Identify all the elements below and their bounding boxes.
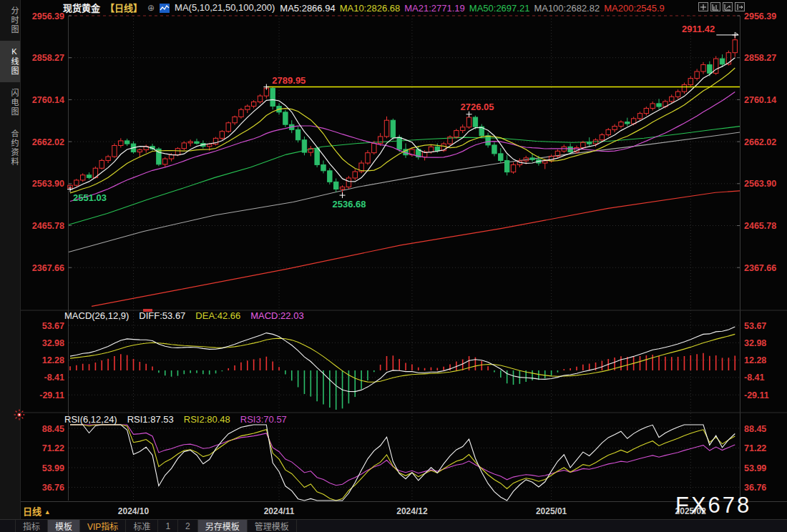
rsi-axis-label: 88.45: [42, 424, 64, 434]
ma-value-label: MA10:2826.68: [340, 3, 401, 14]
rsi-axis-label: 88.45: [744, 424, 766, 434]
chart-canvas[interactable]: 2551.032789.952536.682726.052911.422024/…: [20, 0, 787, 520]
macd-axis-label: -29.11: [39, 390, 64, 400]
price-axis-label: 2465.78: [32, 221, 64, 231]
toolbar-item[interactable]: 管理模板: [248, 520, 297, 532]
rsi-axis-label: 53.99: [42, 463, 64, 473]
price-axis-label: 2760.14: [32, 95, 64, 105]
rsi-label-row: RSI(6,12,24) RSI1:87.53RSI2:80.48RSI3:70…: [64, 414, 297, 425]
date-axis-label: 2024/10: [118, 506, 150, 516]
macd-panel: [70, 327, 735, 410]
main-price-chart: 2551.032789.952536.682726.052911.42: [67, 24, 740, 306]
indicator-value-label: MACD:22.03: [250, 310, 303, 321]
macd-axis-label: -29.11: [744, 390, 769, 400]
date-axis-label: 2025/01: [536, 506, 567, 516]
price-axis-label: 2367.66: [744, 263, 776, 273]
period-selector[interactable]: 日线 ▲: [23, 504, 51, 518]
circle-plus-icon[interactable]: ⊕: [147, 3, 155, 13]
toolbar-item[interactable]: 1: [158, 520, 178, 532]
axis-scale-icon[interactable]: [723, 2, 733, 11]
rsi-axis-label: 53.99: [744, 463, 766, 473]
ma-settings-label: MA(5,10,21,50,100,200): [175, 2, 275, 13]
rsi-panel: [70, 425, 735, 501]
toolbar-item[interactable]: 模板: [48, 520, 80, 532]
sidebar-tab[interactable]: K线图: [0, 41, 20, 82]
period-bracket-label: 【日线】: [105, 1, 142, 14]
price-annotation: 2551.03: [73, 192, 107, 203]
rsi-values: RSI1:87.53RSI2:80.48RSI3:70.57: [127, 414, 297, 425]
macd-title: MACD(26,12,9): [64, 310, 129, 321]
period-selector-label: 日线: [23, 506, 41, 517]
date-axis-label: 2024/11: [264, 506, 295, 516]
price-axis-label: 2858.27: [32, 53, 64, 63]
price-axis-label: 2465.78: [744, 221, 776, 231]
fx678-watermark: FX678: [675, 493, 751, 518]
price-axis-label: 2367.66: [32, 263, 64, 273]
gridlines: [20, 16, 787, 502]
price-axis-label: 2662.02: [32, 137, 64, 147]
triangle-up-icon: ▲: [44, 508, 51, 516]
indicator-value-label: RSI1:87.53: [127, 414, 174, 425]
price-axis-label: 2858.27: [744, 53, 776, 63]
price-axis-label: 2760.14: [744, 95, 776, 105]
crosshair-icon[interactable]: [698, 2, 708, 11]
toolbar-item[interactable]: 另存模板: [198, 520, 248, 532]
app-window: 分时图K线图闪电图合约资料 现货黄金 【日线】 ⊕ MA(5,10,21,50,…: [0, 0, 787, 532]
rsi-title: RSI(6,12,24): [64, 414, 117, 425]
pan-right-icon[interactable]: [735, 2, 745, 11]
bottom-toolbar: 指标模板VIP指标标准12另存模板管理模板: [0, 519, 787, 532]
macd-axis-label: 32.98: [42, 338, 64, 348]
rsi-axis-label: 71.22: [744, 443, 766, 453]
rsi-axis-label: 36.76: [42, 483, 64, 493]
price-axis-label: 2563.90: [32, 179, 64, 189]
macd-axis-label: 12.28: [744, 355, 766, 365]
toolbar-item[interactable]: VIP指标: [80, 520, 126, 532]
ma-value-label: MA100:2682.82: [534, 3, 600, 14]
date-axis-label: 2024/12: [396, 506, 428, 516]
macd-axis-label: 12.28: [42, 355, 64, 365]
price-annotation: 2789.95: [272, 75, 305, 86]
ma-value-label: MA21:2771.19: [404, 3, 465, 14]
sidebar: 分时图K线图闪电图合约资料: [0, 0, 21, 520]
rsi-axis-label: 71.22: [42, 443, 64, 453]
sidebar-tab[interactable]: 分时图: [0, 0, 20, 41]
toolbar-item[interactable]: 标准: [126, 520, 158, 532]
toolbar-item[interactable]: 指标: [15, 520, 48, 532]
rsi-axis-label: 36.76: [744, 483, 766, 493]
macd-values: DIFF:53.67DEA:42.66MACD:22.03: [139, 310, 313, 321]
ma-values: MA5:2866.94MA10:2826.68MA21:2771.19MA50:…: [280, 1, 668, 14]
sidebar-tab[interactable]: 闪电图: [0, 82, 20, 123]
macd-label-row: MACD(26,12,9) DIFF:53.67DEA:42.66MACD:22…: [64, 310, 314, 321]
price-annotation: 2911.42: [682, 24, 715, 34]
macd-axis-label: 32.98: [744, 338, 766, 348]
axis-fit-icon[interactable]: [710, 2, 720, 11]
price-annotation: 2726.05: [461, 102, 494, 112]
price-axis-label: 2956.39: [32, 11, 64, 21]
toolbar-item[interactable]: 2: [178, 520, 198, 532]
price-axis-label: 2662.02: [744, 137, 776, 147]
indicator-value-label: DIFF:53.67: [139, 310, 185, 321]
ma-value-label: MA50:2697.21: [469, 3, 530, 14]
chart-header: 现货黄金 【日线】 ⊕ MA(5,10,21,50,100,200) MA5:2…: [63, 0, 669, 15]
ma-value-label: MA5:2866.94: [280, 3, 335, 14]
macd-axis-label: 53.67: [42, 321, 64, 331]
window-control-icons: [698, 2, 745, 11]
price-axis-label: 2956.39: [744, 11, 776, 21]
sidebar-tab[interactable]: 合约资料: [0, 123, 20, 173]
macd-axis-label: 53.67: [744, 321, 766, 331]
indicator-value-label: DEA:42.66: [195, 310, 240, 321]
ma-value-label: MA200:2545.9: [604, 3, 665, 14]
indicator-value-label: RSI3:70.57: [240, 414, 287, 425]
price-axis-label: 2563.90: [744, 179, 776, 189]
indicator-value-label: RSI2:80.48: [184, 414, 230, 425]
price-annotation: 2536.68: [333, 199, 366, 210]
macd-axis-label: -8.41: [44, 373, 65, 383]
symbol-title: 现货黄金: [63, 1, 100, 14]
chart-type-icon[interactable]: [160, 3, 170, 12]
macd-axis-label: -8.41: [744, 373, 765, 383]
indicator-settings-icon[interactable]: [14, 409, 25, 420]
